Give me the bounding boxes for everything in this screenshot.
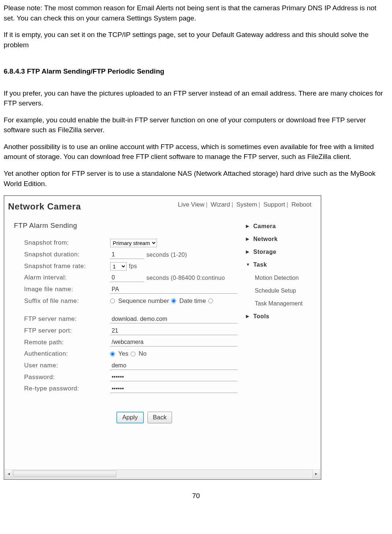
- label-suffix: Suffix of file name:: [14, 297, 110, 306]
- input-remote-path[interactable]: [110, 338, 238, 346]
- radio-suffix-datetime[interactable]: [171, 298, 176, 303]
- nav-live-view[interactable]: Live View: [178, 201, 204, 208]
- radio-suffix-other[interactable]: [208, 298, 213, 303]
- label-retype-password: Re-type password:: [14, 384, 110, 393]
- label-authentication: Authentication:: [14, 349, 110, 359]
- side-navigation: ▶ Camera ▶ Network ▶ Storage ▼ Task Moti…: [242, 214, 321, 463]
- nav-task-management[interactable]: Task Management: [244, 297, 318, 310]
- label-image-file-name: Image file name:: [14, 285, 110, 294]
- doc-paragraph-note: Please note: The most common reason for …: [4, 3, 388, 23]
- hint-snapshot-duration: seconds (1-20): [146, 251, 187, 259]
- nav-support[interactable]: Support: [263, 201, 285, 208]
- camera-settings-screenshot: Network Camera Live View| Wizard| System…: [4, 195, 321, 480]
- chevron-right-icon: ▶: [246, 249, 250, 255]
- back-button[interactable]: Back: [148, 412, 172, 423]
- scroll-right-icon[interactable]: ►: [313, 470, 320, 478]
- input-ftp-server-name[interactable]: [110, 315, 238, 323]
- unit-fps: fps: [129, 262, 137, 270]
- input-ftp-server-port[interactable]: [110, 327, 238, 335]
- chevron-right-icon: ▶: [246, 314, 250, 319]
- doc-paragraph-ftp-example: For example, you could enable the built-…: [4, 115, 388, 135]
- hint-alarm-interval: seconds (0-86400 0:continuo: [146, 274, 225, 282]
- radio-suffix-sequence[interactable]: [110, 298, 115, 303]
- label-snapshot-from: Snapshot from:: [14, 238, 110, 248]
- ftp-form-panel: FTP Alarm Sending Snapshot from: Primary…: [4, 214, 242, 463]
- chevron-right-icon: ▶: [246, 236, 250, 242]
- nav-schedule-setup[interactable]: Schedule Setup: [244, 284, 318, 297]
- doc-paragraph-ftp-online: Another possibility is to use an online …: [4, 142, 388, 162]
- input-retype-password[interactable]: [110, 385, 238, 393]
- nav-camera[interactable]: ▶ Camera: [244, 220, 318, 233]
- nav-task-label: Task: [253, 260, 267, 269]
- nav-network[interactable]: ▶ Network: [244, 233, 318, 245]
- input-image-file-name[interactable]: [110, 285, 238, 294]
- nav-network-label: Network: [253, 235, 278, 243]
- chevron-right-icon: ▶: [246, 223, 250, 229]
- input-snapshot-duration[interactable]: [110, 251, 144, 259]
- doc-paragraph-dns: If it is empty, you can set it on the TC…: [4, 30, 388, 50]
- nav-tools-label: Tools: [253, 312, 269, 320]
- top-navigation: Live View| Wizard| System| Support| Rebo…: [178, 200, 311, 213]
- label-user-name: User name:: [14, 361, 110, 370]
- label-ftp-server-name: FTP server name:: [14, 315, 110, 324]
- radio-label-yes: Yes: [118, 349, 128, 359]
- nav-task[interactable]: ▼ Task: [244, 258, 318, 271]
- input-alarm-interval[interactable]: [110, 274, 144, 282]
- radio-label-datetime: Date time: [179, 297, 206, 306]
- app-title: Network Camera: [8, 200, 81, 213]
- radio-label-no: No: [139, 349, 147, 359]
- nav-reboot[interactable]: Reboot: [291, 201, 311, 208]
- nav-storage-label: Storage: [253, 248, 276, 256]
- select-snapshot-frame-rate[interactable]: 1: [110, 262, 127, 271]
- doc-paragraph-ftp-intro: If you prefer, you can have the pictures…: [4, 88, 388, 108]
- scroll-left-icon[interactable]: ◄: [5, 470, 12, 478]
- label-alarm-interval: Alarm interval:: [14, 273, 110, 282]
- nav-motion-detection[interactable]: Motion Detection: [244, 271, 318, 284]
- doc-paragraph-ftp-nas: Yet another option for FTP server is to …: [4, 168, 388, 189]
- scrollbar-thumb[interactable]: [13, 471, 116, 477]
- label-remote-path: Remote path:: [14, 338, 110, 347]
- page-number: 70: [4, 491, 388, 501]
- input-user-name[interactable]: [110, 361, 238, 370]
- nav-wizard[interactable]: Wizard: [211, 201, 230, 208]
- label-ftp-server-port: FTP server port:: [14, 326, 110, 335]
- label-snapshot-frame-rate: Snapshot frame rate:: [14, 262, 110, 271]
- apply-button[interactable]: Apply: [116, 412, 144, 423]
- chevron-down-icon: ▼: [246, 262, 250, 268]
- app-header: Network Camera Live View| Wizard| System…: [4, 196, 321, 214]
- nav-system[interactable]: System: [236, 201, 257, 208]
- doc-section-heading: 6.8.4.3 FTP Alarm Sending/FTP Periodic S…: [4, 66, 388, 77]
- radio-label-sequence: Sequence number: [118, 297, 169, 306]
- nav-tools[interactable]: ▶ Tools: [244, 310, 318, 323]
- horizontal-scrollbar[interactable]: ◄ ►: [5, 470, 320, 478]
- radio-auth-yes[interactable]: [110, 352, 115, 356]
- label-snapshot-duration: Snapshot duration:: [14, 250, 110, 259]
- select-snapshot-from[interactable]: Primary stream: [110, 239, 157, 247]
- radio-auth-no[interactable]: [131, 352, 135, 356]
- nav-camera-label: Camera: [253, 222, 276, 230]
- input-password[interactable]: [110, 373, 238, 381]
- nav-storage[interactable]: ▶ Storage: [244, 245, 318, 258]
- label-password: Password:: [14, 373, 110, 382]
- panel-title: FTP Alarm Sending: [14, 220, 242, 231]
